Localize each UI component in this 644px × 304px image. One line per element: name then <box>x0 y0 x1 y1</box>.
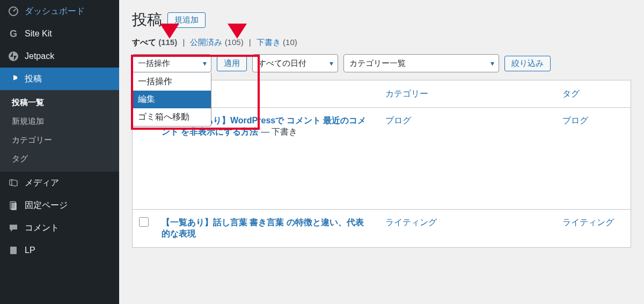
bulk-action-select[interactable]: 一括操作 ▾ 一括操作 編集 ゴミ箱へ移動 <box>132 54 211 72</box>
menu-label: ダッシュボード <box>25 6 85 17</box>
post-state: — 下書き <box>261 127 297 136</box>
add-new-button[interactable]: 規追加 <box>167 12 206 28</box>
menu-label: メディア <box>25 177 59 189</box>
post-tag-link[interactable]: ライティング <box>562 218 614 227</box>
menu-lp[interactable]: LP <box>0 239 119 262</box>
filter-draft[interactable]: 下書き (10) <box>257 38 297 47</box>
date-filter-select[interactable]: すべての日付 ▾ <box>252 54 338 72</box>
row-checkbox[interactable] <box>139 217 149 227</box>
menu-dashboard[interactable]: ダッシュボード <box>0 0 119 23</box>
comment-icon <box>8 222 19 234</box>
category-selected: カテゴリー一覧 <box>349 58 406 69</box>
chevron-down-icon: ▾ <box>203 59 207 68</box>
menu-label: Site Kit <box>25 29 52 39</box>
dashboard-icon <box>8 5 19 17</box>
page-title: 投稿 <box>132 10 162 30</box>
col-tag[interactable]: タグ <box>556 80 631 108</box>
filter-published[interactable]: 公開済み (105) <box>190 38 243 47</box>
menu-label: 投稿 <box>25 73 42 85</box>
menu-label: コメント <box>25 223 59 234</box>
col-category[interactable]: カテゴリー <box>379 80 556 108</box>
post-category-link[interactable]: ライティング <box>385 218 437 227</box>
lp-icon <box>8 244 19 256</box>
jetpack-icon <box>8 50 19 62</box>
category-filter-select[interactable]: カテゴリー一覧 ▾ <box>343 54 499 72</box>
chevron-down-icon: ▾ <box>330 59 333 68</box>
menu-label: Jetpack <box>25 51 54 61</box>
menu-sitekit[interactable]: G Site Kit <box>0 23 119 45</box>
bulk-option-trash[interactable]: ゴミ箱へ移動 <box>133 108 211 126</box>
bulk-action-selected: 一括操作 <box>138 58 170 69</box>
page-icon <box>8 199 19 211</box>
media-icon <box>8 177 19 189</box>
menu-comments[interactable]: コメント <box>0 217 119 239</box>
admin-sidebar: ダッシュボード G Site Kit Jetpack 投稿 投稿一覧 新規追加 … <box>0 0 119 304</box>
filter-button[interactable]: 絞り込み <box>504 56 551 71</box>
menu-posts[interactable]: 投稿 <box>0 68 119 90</box>
status-filter-links: すべて (115) | 公開済み (105) | 下書き (10) <box>132 38 631 48</box>
submenu-add-new[interactable]: 新規追加 <box>0 112 119 131</box>
filter-all[interactable]: すべて (115) <box>132 38 177 47</box>
date-selected: すべての日付 <box>258 58 306 69</box>
table-row: 【一覧あり】話し言葉 書き言葉 の特徴と違い、代表的な表現 ライティング ライテ… <box>133 210 631 248</box>
submenu-categories[interactable]: カテゴリー <box>0 131 119 150</box>
main-content: 投稿 規追加 すべて (115) | 公開済み (105) | 下書き (10)… <box>119 0 644 304</box>
menu-label: LP <box>25 246 35 255</box>
bulk-option-none[interactable]: 一括操作 <box>133 73 211 91</box>
post-tag-link[interactable]: ブログ <box>562 116 588 125</box>
bulk-action-dropdown: 一括操作 編集 ゴミ箱へ移動 <box>132 73 211 127</box>
posts-submenu: 投稿一覧 新規追加 カテゴリー タグ <box>0 90 119 172</box>
post-title-link[interactable]: 【一覧あり】話し言葉 書き言葉 の特徴と違い、代表的な表現 <box>162 218 364 238</box>
menu-jetpack[interactable]: Jetpack <box>0 45 119 68</box>
post-category-link[interactable]: ブログ <box>385 116 411 125</box>
menu-pages[interactable]: 固定ページ <box>0 194 119 217</box>
submenu-all-posts[interactable]: 投稿一覧 <box>0 93 119 112</box>
menu-media[interactable]: メディア <box>0 172 119 194</box>
menu-label: 固定ページ <box>25 200 68 211</box>
svg-point-1 <box>9 51 18 61</box>
google-g-icon: G <box>8 28 19 40</box>
pin-icon <box>8 73 19 85</box>
svg-rect-3 <box>11 203 17 210</box>
bulk-option-edit[interactable]: 編集 <box>133 91 211 108</box>
apply-button[interactable]: 適用 <box>217 56 247 71</box>
submenu-tags[interactable]: タグ <box>0 150 119 168</box>
svg-rect-4 <box>10 247 17 254</box>
chevron-down-icon: ▾ <box>491 59 494 68</box>
